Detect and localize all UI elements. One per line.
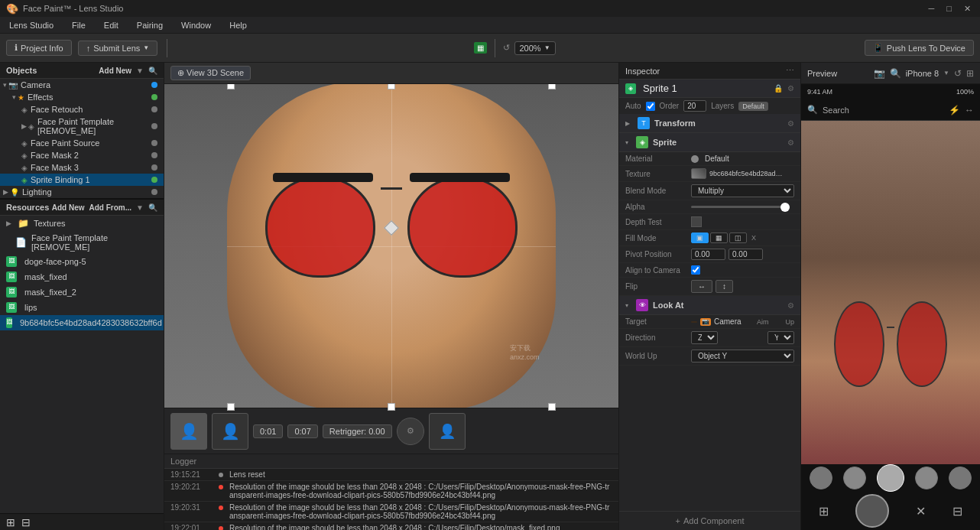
handle-top-mid[interactable] (388, 84, 395, 89)
timeline-settings-button[interactable]: ⚙ (397, 418, 424, 445)
maximize-button[interactable]: □ (943, 4, 955, 14)
menu-window[interactable]: Window (178, 19, 214, 31)
order-input[interactable] (683, 100, 706, 112)
tree-item-face-paint-template[interactable]: ▶ ◈ Face Paint Template [REMOVE_ME] (0, 115, 164, 137)
timeline-thumb-2[interactable]: 👤 (212, 413, 248, 450)
objects-title: Objects (6, 66, 37, 75)
handle-tl[interactable] (227, 84, 235, 89)
objects-filter-icon[interactable]: ▼ (136, 67, 144, 75)
filter-circle-5[interactable] (949, 467, 972, 489)
grid-icon[interactable]: ⊟ (21, 516, 31, 528)
objects-search-icon[interactable]: 🔍 (148, 67, 157, 75)
resource-doge-face[interactable]: 🖼 doge-face-png-5 (0, 254, 164, 269)
sprite-settings-icon[interactable]: ⚙ (787, 84, 794, 93)
fill-mode-btn-2[interactable]: ▦ (710, 232, 728, 243)
handle-bottom-mid[interactable] (388, 403, 395, 411)
minimize-button[interactable]: ─ (926, 4, 938, 14)
timeline-thumb-3[interactable]: 👤 (429, 413, 466, 450)
capture-button[interactable] (855, 494, 889, 528)
submit-lens-button[interactable]: ↑ Submit Lens ▼ (78, 41, 158, 56)
transform-settings-icon[interactable]: ⚙ (787, 119, 794, 128)
push-to-device-button[interactable]: 📱 Push Lens To Device (865, 40, 974, 56)
auto-checkbox[interactable] (646, 102, 655, 111)
resource-face-paint-template[interactable]: 📄 Face Paint Template [REMOVE_ME] (0, 231, 164, 254)
frames-icon[interactable]: ▦ (474, 42, 487, 54)
handle-tr[interactable] (548, 84, 556, 89)
resource-texture-id[interactable]: 🖼 9b684bfc5e4bd28ad4283038632bff6d (0, 315, 164, 330)
fill-mode-btn-3[interactable]: ◫ (729, 232, 747, 243)
preview-expand-icon[interactable]: ⊞ (966, 68, 974, 79)
menu-file[interactable]: File (69, 19, 89, 31)
look-at-settings-icon[interactable]: ⚙ (787, 301, 794, 310)
preview-refresh-icon[interactable]: ↺ (954, 68, 962, 79)
add-from-button[interactable]: Add From... (89, 203, 132, 212)
tree-item-face-retouch[interactable]: ◈ Face Retouch (0, 103, 164, 115)
view-3d-scene-button[interactable]: ⊕ View 3D Scene (170, 66, 251, 80)
look-at-section-header[interactable]: ▾ 👁 Look At ⚙ (619, 296, 800, 315)
tree-item-face-mask-2[interactable]: ◈ Face Mask 2 (0, 149, 164, 161)
direction-up-select[interactable]: Y X Z (767, 331, 794, 344)
tree-item-sprite-binding-1[interactable]: ◈ Sprite Binding 1 (0, 174, 164, 186)
timeline-frame-end[interactable]: 0:07 (287, 424, 317, 438)
tree-item-face-mask-3[interactable]: ◈ Face Mask 3 (0, 161, 164, 174)
fill-mode-btn-1[interactable]: ▣ (691, 232, 709, 243)
blend-mode-select[interactable]: Multiply Normal Add (691, 184, 794, 197)
handle-bl[interactable] (227, 403, 235, 411)
pivot-x-input[interactable] (691, 249, 725, 260)
resources-filter-icon[interactable]: ▼ (136, 203, 144, 212)
timeline-thumb-1[interactable]: 👤 (170, 413, 207, 450)
add-component-button[interactable]: + Add Component (619, 511, 800, 530)
preview-device-selector[interactable]: iPhone 8 (906, 69, 939, 78)
preview-search-icon[interactable]: 🔍 (890, 68, 901, 79)
preview-options-icon[interactable]: ⊟ (952, 504, 962, 519)
inspector-options-icon[interactable]: ⋯ (786, 66, 794, 76)
flip-v-button[interactable]: ↕ (716, 280, 733, 293)
filter-circle-1[interactable] (810, 467, 832, 489)
menu-pairing[interactable]: Pairing (134, 19, 166, 31)
resource-textures[interactable]: ▶ 📁 Textures (0, 216, 164, 231)
timeline-retrigger[interactable]: Retrigger: 0.00 (323, 424, 392, 438)
objects-actions: Add New ▼ 🔍 (99, 67, 157, 75)
refresh-icon[interactable]: ↺ (503, 43, 510, 53)
menu-help[interactable]: Help (226, 19, 250, 31)
viewport-canvas[interactable]: 安下载anxz.com 👤 👤 0:01 0:07 Retrigger: (164, 84, 618, 454)
direction-aim-select[interactable]: Z X Y (691, 331, 718, 344)
window-controls[interactable]: ─ □ ✕ (926, 4, 974, 14)
resources-search-icon[interactable]: 🔍 (148, 203, 157, 212)
handle-br[interactable] (548, 403, 556, 411)
toolbar-separator-1 (167, 39, 167, 57)
filter-circle-4[interactable] (915, 467, 938, 489)
project-info-button[interactable]: ℹ Project Info (6, 40, 72, 56)
preview-close-icon[interactable]: ✕ (916, 504, 926, 519)
tree-item-lighting[interactable]: ▶ 💡 Lighting (0, 186, 164, 198)
world-up-select[interactable]: Object Y World Y (691, 350, 794, 363)
tree-item-face-paint-source[interactable]: ◈ Face Paint Source (0, 137, 164, 149)
layout-icon[interactable]: ⊞ (6, 516, 15, 528)
flip-h-button[interactable]: ↔ (691, 280, 712, 293)
add-new-button[interactable]: Add New (99, 67, 131, 75)
preview-photo-icon[interactable]: 📷 (874, 68, 885, 79)
resource-mask-fixed[interactable]: 🖼 mask_fixed (0, 269, 164, 285)
preview-flash-icon[interactable]: ⚡ (949, 105, 960, 115)
lighting-dot (151, 189, 157, 195)
pivot-y-input[interactable] (729, 249, 763, 260)
resource-mask-fixed-2[interactable]: 🖼 mask_fixed_2 (0, 285, 164, 300)
preview-flip-icon[interactable]: ↔ (965, 105, 974, 115)
zoom-control[interactable]: 200% ▼ (514, 41, 556, 55)
menu-edit[interactable]: Edit (101, 19, 122, 31)
tree-item-camera[interactable]: ▾ 📷 Camera (0, 79, 164, 91)
sprite-section-header[interactable]: ▾ ◈ Sprite ⚙ (619, 133, 800, 152)
sprite-settings-icon[interactable]: ⚙ (787, 138, 794, 147)
filter-circle-3[interactable] (877, 464, 904, 492)
alpha-slider[interactable] (691, 206, 790, 208)
add-new-resource-button[interactable]: Add New (52, 203, 85, 212)
filter-circle-2[interactable] (843, 467, 866, 489)
timeline-frame-start[interactable]: 0:01 (253, 424, 283, 438)
menu-lens-studio[interactable]: Lens Studio (6, 19, 57, 31)
tree-item-effects[interactable]: ▾ ★ Effects (0, 91, 164, 103)
preview-gallery-icon[interactable]: ⊞ (819, 504, 829, 519)
close-button[interactable]: ✕ (961, 4, 974, 14)
resource-lips[interactable]: 🖼 lips (0, 300, 164, 315)
transform-section-header[interactable]: ▶ T Transform ⚙ (619, 114, 800, 133)
align-cam-checkbox[interactable] (691, 265, 700, 275)
